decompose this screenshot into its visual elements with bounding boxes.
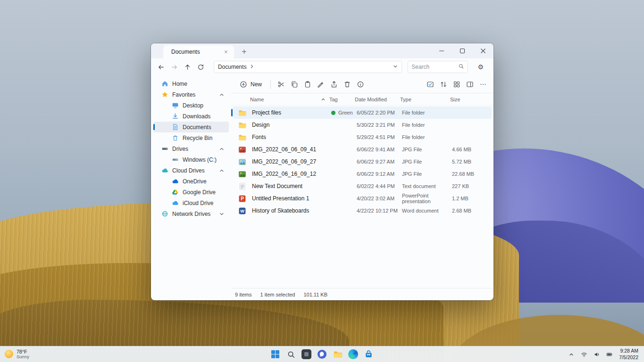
folder-icon — [238, 133, 246, 141]
settings-gear-icon[interactable]: ⚙ — [475, 60, 487, 74]
chevron-down-icon[interactable] — [219, 212, 224, 216]
tab-close-icon[interactable] — [222, 48, 230, 56]
tab-documents[interactable]: Documents — [163, 45, 234, 58]
close-button[interactable] — [473, 43, 493, 58]
status-item-count: 9 items — [235, 292, 251, 297]
sidebar-item-google-drive[interactable]: Google Drive — [153, 187, 229, 197]
sort-icon[interactable] — [437, 78, 450, 91]
svg-text:W: W — [240, 209, 244, 214]
sidebar-item-cloud-drives[interactable]: Cloud Drives — [153, 165, 229, 176]
share-icon[interactable] — [327, 78, 341, 91]
new-button[interactable]: New — [235, 78, 267, 91]
column-header-date[interactable]: Date Modified — [355, 97, 400, 102]
icloud-icon — [171, 199, 179, 207]
preview-toggle-icon[interactable] — [424, 78, 437, 91]
file-row-project-files[interactable]: Project files Green 6/05/22 2:20 PM File… — [233, 107, 492, 119]
column-header-size[interactable]: Size — [450, 97, 483, 102]
sidebar-item-onedrive[interactable]: OneDrive — [153, 176, 229, 187]
search-input[interactable] — [411, 64, 458, 70]
recycle-bin-icon — [171, 134, 179, 142]
address-bar[interactable]: Documents — [214, 61, 402, 73]
tab-strip: Documents — [151, 43, 493, 58]
window-caption-buttons — [431, 43, 493, 58]
properties-icon[interactable] — [354, 78, 367, 91]
sidebar-item-recycle-bin[interactable]: Recycle Bin — [153, 132, 229, 143]
edge-browser-icon[interactable] — [347, 348, 360, 361]
chat-teams-icon[interactable] — [316, 348, 328, 361]
back-button[interactable] — [155, 60, 167, 74]
microsoft-store-icon[interactable] — [363, 348, 375, 361]
taskbar-search-button[interactable] — [285, 348, 297, 361]
refresh-button[interactable] — [195, 60, 207, 74]
sidebar-item-desktop[interactable]: Desktop — [153, 100, 229, 111]
sidebar-item-network-drives[interactable]: Network Drives — [153, 208, 229, 219]
search-icon — [458, 63, 464, 71]
file-explorer-icon[interactable] — [332, 348, 344, 361]
clock-date: 7/5/2022 — [619, 354, 638, 361]
column-header-name[interactable]: Name — [250, 97, 329, 102]
jpg-file-icon — [238, 157, 246, 166]
word-file-icon: W — [238, 206, 246, 215]
battery-icon[interactable] — [604, 349, 615, 360]
up-button[interactable] — [181, 60, 193, 74]
maximize-button[interactable] — [452, 43, 473, 58]
text-file-icon — [238, 182, 246, 190]
status-bar: 9 items 1 item selected 101.11 KB — [231, 288, 493, 300]
details-pane-icon[interactable] — [463, 78, 477, 91]
wifi-icon[interactable] — [579, 349, 589, 360]
sidebar-item-documents[interactable]: Documents — [153, 122, 229, 132]
cut-icon[interactable] — [275, 78, 288, 91]
column-header-tag[interactable]: Tag — [329, 97, 355, 102]
rename-icon[interactable] — [314, 78, 327, 91]
see-more-icon[interactable] — [477, 78, 490, 91]
file-row-fonts[interactable]: Fonts 5/29/22 4:51 PM File folder — [233, 131, 492, 143]
windows-logo-icon — [271, 350, 279, 358]
windows-drive-icon — [171, 156, 179, 164]
tray-chevron-up-icon[interactable] — [566, 349, 577, 360]
network-globe-icon — [161, 210, 168, 218]
delete-icon[interactable] — [341, 78, 354, 91]
command-toolbar: New — [231, 75, 493, 93]
file-explorer-window: Documents — [151, 43, 493, 300]
status-selected-size: 101.11 KB — [303, 292, 327, 297]
sidebar-item-favorites[interactable]: Favorites — [153, 89, 229, 100]
minimize-button[interactable] — [431, 43, 452, 58]
chevron-up-icon[interactable] — [219, 92, 224, 97]
chevron-up-icon[interactable] — [219, 168, 224, 173]
onedrive-icon — [171, 178, 179, 185]
sidebar-item-windows-c[interactable]: Windows (C:) — [153, 154, 229, 165]
taskbar-clock[interactable]: 9:28 AM 7/5/2022 — [619, 348, 640, 361]
tab-title: Documents — [171, 49, 200, 55]
file-row-untitled-presentation[interactable]: P Untitled Presentation 1 4/20/22 3:02 A… — [233, 192, 492, 205]
sidebar-item-icloud-drive[interactable]: iCloud Drive — [153, 197, 229, 208]
sort-ascending-icon — [321, 97, 326, 102]
cloud-icon — [161, 167, 168, 174]
task-view-icon[interactable] — [301, 348, 313, 361]
sidebar-item-downloads[interactable]: Downloads — [153, 111, 229, 122]
folder-icon — [238, 121, 246, 129]
new-tab-button[interactable] — [238, 45, 250, 58]
file-row-history-of-skateboards[interactable]: W History of Skateboards 4/22/22 10:12 P… — [233, 205, 492, 217]
column-header-type[interactable]: Type — [400, 97, 450, 102]
weather-widget[interactable]: 78°F Sunny — [5, 349, 29, 360]
view-options-icon[interactable] — [450, 78, 463, 91]
chevron-up-icon[interactable] — [219, 147, 224, 151]
clock-time: 9:28 AM — [619, 348, 638, 354]
start-button[interactable] — [269, 348, 282, 361]
powerpoint-file-icon: P — [238, 194, 246, 203]
sun-icon — [5, 350, 13, 358]
jpg-file-icon — [238, 170, 246, 178]
file-row-img-09-27[interactable]: IMG_2022_06_06_09_27 6/06/22 9:27 AM JPG… — [233, 156, 492, 168]
sidebar-item-home[interactable]: Home — [153, 78, 229, 89]
forward-button[interactable] — [168, 60, 180, 74]
file-row-design[interactable]: Design 5/30/22 3:21 PM File folder — [233, 119, 492, 131]
copy-icon[interactable] — [288, 78, 301, 91]
file-row-img-09-41[interactable]: IMG_2022_06_06_09_41 6/06/22 9:41 AM JPG… — [233, 143, 492, 156]
paste-icon[interactable] — [301, 78, 314, 91]
address-dropdown-icon[interactable] — [393, 64, 398, 70]
column-headers: Name Tag Date Modified Type Size — [231, 93, 493, 106]
volume-icon[interactable] — [592, 349, 602, 360]
sidebar-item-drives[interactable]: Drives — [153, 143, 229, 154]
file-row-img-09-12[interactable]: IMG_2022_06_16_09_12 6/06/22 9:12 AM JPG… — [233, 168, 492, 180]
file-row-new-text-document[interactable]: New Text Document 6/02/22 4:44 PM Text d… — [233, 180, 492, 192]
